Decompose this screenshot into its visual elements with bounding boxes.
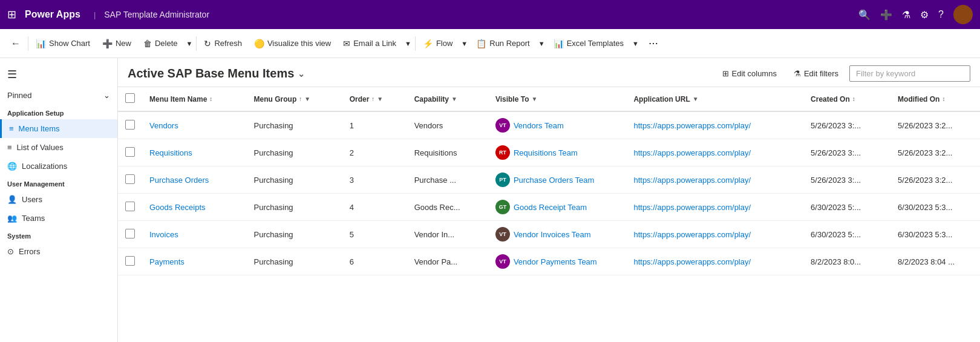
excel-dropdown[interactable]: ▼ bbox=[630, 36, 641, 51]
menu-item-link-1[interactable]: Requisitions bbox=[149, 148, 192, 157]
row-checkbox-cell[interactable] bbox=[118, 221, 142, 248]
app-url-link-3[interactable]: https://apps.powerapps.com/play/ bbox=[633, 203, 751, 212]
app-url-link-1[interactable]: https://apps.powerapps.com/play/ bbox=[633, 148, 751, 157]
row-checkbox-0[interactable] bbox=[125, 120, 135, 130]
waffle-icon[interactable]: ⊞ bbox=[7, 8, 16, 21]
cell-app-url-0[interactable]: https://apps.powerapps.com/play/ bbox=[626, 111, 803, 139]
menu-items-label: Menu Items bbox=[19, 124, 60, 133]
user-avatar[interactable] bbox=[953, 5, 973, 24]
cell-app-url-5[interactable]: https://apps.powerapps.com/play/ bbox=[626, 248, 803, 275]
email-dropdown[interactable]: ▼ bbox=[402, 36, 414, 51]
sidebar-hamburger[interactable]: ☰ bbox=[0, 63, 117, 86]
sidebar-pinned[interactable]: Pinned ⌄ bbox=[0, 86, 117, 105]
visible-to-link-4[interactable]: Vendor Invoices Team bbox=[514, 230, 591, 239]
cell-app-url-4[interactable]: https://apps.powerapps.com/play/ bbox=[626, 221, 803, 248]
select-all-checkbox[interactable] bbox=[125, 93, 135, 103]
select-all-checkbox-header[interactable] bbox=[118, 87, 142, 111]
cell-menu-item-name-5[interactable]: Payments bbox=[142, 248, 247, 275]
row-checkbox-5[interactable] bbox=[125, 256, 135, 266]
row-checkbox-3[interactable] bbox=[125, 202, 135, 211]
sidebar-item-menu-items[interactable]: ≡ Menu Items bbox=[0, 119, 117, 138]
flow-label: Flow bbox=[436, 39, 452, 48]
sidebar-item-localizations[interactable]: 🌐 Localizations bbox=[0, 157, 117, 176]
menu-item-link-5[interactable]: Payments bbox=[149, 257, 185, 266]
col-header-application-url[interactable]: Application URL ▼ bbox=[626, 87, 803, 111]
sidebar-item-errors[interactable]: ⊙ Errors bbox=[0, 242, 117, 261]
refresh-button[interactable]: ↻ Refresh bbox=[198, 35, 248, 52]
filter-keyword-input[interactable] bbox=[849, 65, 970, 82]
visible-to-link-5[interactable]: Vendor Payments Team bbox=[514, 257, 597, 266]
flow-button[interactable]: ⚡ Flow bbox=[417, 35, 459, 52]
visualize-label: Visualize this view bbox=[267, 39, 331, 48]
run-report-dropdown[interactable]: ▼ bbox=[536, 36, 547, 51]
filter-icon-capability: ▼ bbox=[451, 96, 457, 102]
row-checkbox-cell[interactable] bbox=[118, 139, 142, 166]
filter-icon-visible-to: ▼ bbox=[531, 96, 537, 102]
col-header-visible-to[interactable]: Visible To ▼ bbox=[488, 87, 627, 111]
col-header-order[interactable]: Order ↑ ▼ bbox=[342, 87, 407, 111]
cell-modified-on-1: 5/26/2023 3:2... bbox=[890, 139, 980, 166]
more-options-button[interactable]: ⋯ bbox=[644, 35, 663, 51]
cell-menu-item-name-4[interactable]: Invoices bbox=[142, 221, 247, 248]
system-header: System bbox=[0, 228, 117, 242]
menu-item-link-2[interactable]: Purchase Orders bbox=[149, 176, 209, 185]
visible-to-link-1[interactable]: Requisitions Team bbox=[514, 148, 578, 157]
cell-app-url-2[interactable]: https://apps.powerapps.com/play/ bbox=[626, 166, 803, 194]
show-chart-button[interactable]: 📊 Show Chart bbox=[30, 35, 96, 52]
cell-menu-group-1: Purchasing bbox=[247, 139, 342, 166]
delete-button[interactable]: 🗑 Delete bbox=[137, 35, 184, 52]
visible-to-link-0[interactable]: Vendors Team bbox=[514, 121, 564, 130]
add-icon[interactable]: ➕ bbox=[880, 9, 892, 21]
cell-menu-item-name-1[interactable]: Requisitions bbox=[142, 139, 247, 166]
row-checkbox-cell[interactable] bbox=[118, 194, 142, 221]
edit-columns-button[interactable]: ⊞ Edit columns bbox=[716, 66, 783, 81]
cell-menu-item-name-3[interactable]: Goods Receipts bbox=[142, 194, 247, 221]
menu-item-link-3[interactable]: Goods Receipts bbox=[149, 203, 206, 212]
sidebar-item-teams[interactable]: 👥 Teams bbox=[0, 209, 117, 228]
search-icon[interactable]: 🔍 bbox=[858, 9, 871, 21]
menu-item-link-4[interactable]: Invoices bbox=[149, 230, 178, 239]
col-header-modified-on[interactable]: Modified On ↕ bbox=[890, 87, 980, 111]
cell-app-url-3[interactable]: https://apps.powerapps.com/play/ bbox=[626, 194, 803, 221]
app-name[interactable]: Power Apps bbox=[25, 9, 80, 20]
filter-icon[interactable]: ⚗ bbox=[902, 9, 910, 21]
col-header-menu-item-name[interactable]: Menu Item Name ↕ bbox=[142, 87, 247, 111]
cell-menu-item-name-2[interactable]: Purchase Orders bbox=[142, 166, 247, 194]
new-button[interactable]: ➕ New bbox=[96, 35, 137, 52]
app-url-link-2[interactable]: https://apps.powerapps.com/play/ bbox=[633, 176, 751, 185]
visible-to-link-3[interactable]: Goods Receipt Team bbox=[514, 203, 587, 212]
sidebar-item-users[interactable]: 👤 Users bbox=[0, 190, 117, 209]
delete-dropdown[interactable]: ▼ bbox=[184, 36, 195, 51]
visible-to-link-2[interactable]: Purchase Orders Team bbox=[514, 176, 594, 185]
app-url-link-0[interactable]: https://apps.powerapps.com/play/ bbox=[633, 121, 751, 130]
row-checkbox-4[interactable] bbox=[125, 229, 135, 238]
visualize-button[interactable]: 🟡 Visualize this view bbox=[248, 35, 337, 52]
flow-dropdown[interactable]: ▼ bbox=[459, 36, 470, 51]
cell-order-0: 1 bbox=[342, 111, 407, 139]
back-button[interactable]: ← bbox=[5, 35, 27, 53]
page-title[interactable]: Active SAP Base Menu Items ⌄ bbox=[128, 67, 305, 81]
edit-filters-button[interactable]: ⚗ Edit filters bbox=[788, 66, 844, 81]
show-chart-label: Show Chart bbox=[49, 39, 90, 48]
run-report-button[interactable]: 📋 Run Report bbox=[470, 35, 535, 52]
help-icon[interactable]: ? bbox=[938, 9, 944, 20]
cell-app-url-1[interactable]: https://apps.powerapps.com/play/ bbox=[626, 139, 803, 166]
row-checkbox-2[interactable] bbox=[125, 174, 135, 184]
row-checkbox-cell[interactable] bbox=[118, 166, 142, 194]
settings-icon[interactable]: ⚙ bbox=[920, 9, 929, 21]
sidebar-item-list-of-values[interactable]: ≡ List of Values bbox=[0, 138, 117, 157]
app-url-link-5[interactable]: https://apps.powerapps.com/play/ bbox=[633, 257, 751, 266]
row-checkbox-1[interactable] bbox=[125, 147, 135, 157]
col-header-created-on[interactable]: Created On ↕ bbox=[803, 87, 890, 111]
email-link-button[interactable]: ✉ Email a Link bbox=[337, 35, 402, 52]
col-header-menu-group[interactable]: Menu Group ↑ ▼ bbox=[247, 87, 342, 111]
app-url-link-4[interactable]: https://apps.powerapps.com/play/ bbox=[633, 230, 751, 239]
nav-separator: | bbox=[94, 10, 96, 19]
col-header-capability[interactable]: Capability ▼ bbox=[407, 87, 488, 111]
main-content: Active SAP Base Menu Items ⌄ ⊞ Edit colu… bbox=[118, 58, 980, 342]
menu-item-link-0[interactable]: Vendors bbox=[149, 121, 178, 130]
row-checkbox-cell[interactable] bbox=[118, 248, 142, 275]
cell-menu-item-name-0[interactable]: Vendors bbox=[142, 111, 247, 139]
row-checkbox-cell[interactable] bbox=[118, 111, 142, 139]
excel-templates-button[interactable]: 📊 Excel Templates bbox=[547, 35, 630, 52]
